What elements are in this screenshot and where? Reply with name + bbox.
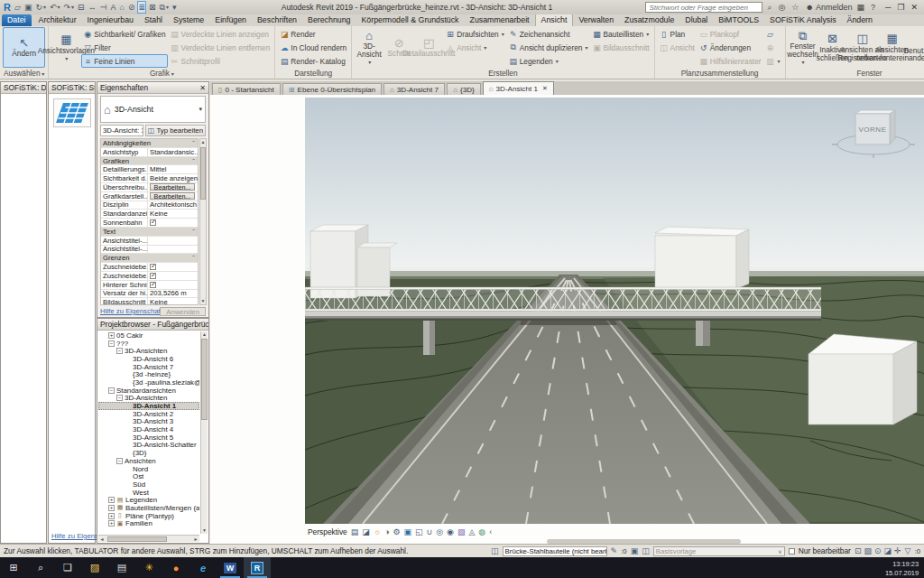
tree-item[interactable]: ??? (98, 340, 199, 348)
infocenter-button[interactable]: ? (871, 3, 877, 13)
tree-expander-icon[interactable] (116, 458, 123, 464)
view-control-button[interactable]: ◍ (478, 527, 485, 536)
qat-button[interactable]: ⧉ (160, 2, 169, 13)
infocenter-button[interactable]: ☆ (791, 3, 800, 13)
tree-expander-icon[interactable] (116, 395, 123, 401)
tree-expander-icon[interactable] (108, 497, 115, 503)
qat-button[interactable]: ⊠ (149, 2, 156, 13)
ribbon-tab[interactable]: Datei (2, 14, 32, 26)
view-control-button[interactable]: ⚙ (393, 527, 400, 536)
scroll-up-icon[interactable]: ▲ (200, 139, 206, 145)
taskbar-button[interactable]: e (189, 557, 217, 578)
selection-toggle[interactable]: ⊡ (855, 546, 862, 555)
selection-toggle[interactable]: ✛ (894, 546, 901, 555)
ribbon-button[interactable]: ▽Filter (81, 41, 167, 54)
search-input[interactable] (645, 2, 762, 13)
ribbon-button[interactable]: ✎Zeichenansicht (507, 27, 590, 41)
property-row[interactable]: Grenzen (101, 254, 198, 263)
ribbon-button[interactable]: ⊞Draufsichten (444, 27, 506, 41)
type-selector[interactable]: ⌂ 3D-Ansicht ▾ (100, 96, 206, 123)
tree-item[interactable]: 3D-Ansicht 1 (98, 402, 199, 410)
ribbon-tab[interactable]: Systeme (168, 14, 209, 26)
taskbar-button[interactable]: ● (162, 557, 189, 578)
worksets-dialog-icon[interactable]: ▣ (631, 546, 639, 555)
tree-item[interactable]: Süd (98, 480, 199, 489)
ribbon-button[interactable]: ⧉Ansicht duplizieren (507, 41, 590, 54)
taskbar-button[interactable]: ❏ (54, 557, 81, 578)
ribbon-group-label[interactable]: Grafik (49, 68, 274, 79)
ribbon-group-label[interactable]: Darstellung (275, 68, 351, 79)
restore-icon[interactable]: ❐ (897, 3, 904, 12)
scroll-down-icon[interactable]: ▼ (200, 298, 206, 304)
tree-item[interactable]: ▣ Familien (98, 520, 199, 528)
scroll-down-icon[interactable]: ▼ (201, 527, 208, 534)
property-row[interactable]: Standardanzei... Keine (101, 210, 198, 219)
ribbon-tab[interactable]: BiMTOOLS (713, 14, 764, 26)
properties-scrollbar[interactable]: ▲ ▼ (199, 138, 207, 305)
ribbon-button[interactable]: ☁In Cloud rendern (278, 41, 348, 54)
ribbon-button[interactable]: ▥ (764, 54, 782, 68)
tree-expander-icon[interactable] (108, 520, 115, 527)
selection-toggle[interactable]: ▨ (864, 546, 872, 555)
view-control-button[interactable]: ◎ (436, 527, 443, 536)
ribbon-button[interactable]: ⊕ (764, 41, 782, 54)
checkbox[interactable] (150, 273, 156, 279)
qat-button[interactable]: ≣ (138, 2, 145, 13)
drawing-area[interactable]: VORNE Perspektive ▤◪☼◑⚙▣◱∪◎◉▧◬◍‹ (210, 95, 924, 544)
view-control-button[interactable]: ∪ (427, 527, 433, 536)
tree-item[interactable]: 3D-Ansicht 6 (98, 355, 199, 363)
ribbon-button[interactable]: ▦Bauteillisten (590, 27, 651, 41)
tree-item[interactable]: ▤ Legenden (98, 496, 199, 504)
filter-selection-icon[interactable]: ▽ (905, 546, 911, 555)
view-control-button[interactable]: ◪ (362, 527, 370, 536)
tree-expander-icon[interactable] (116, 348, 123, 354)
qat-button[interactable]: A (110, 2, 116, 13)
tree-item[interactable]: ▦ Bauteillisten/Mengen (alle) (98, 504, 199, 512)
ribbon-button[interactable]: ▤Render- Katalog (278, 54, 348, 68)
worksets-icon[interactable]: ◫ (491, 546, 499, 555)
qat-button[interactable]: ⊘ (128, 2, 135, 13)
taskbar-button[interactable]: ▤ (108, 557, 135, 578)
ribbon-tab[interactable]: Dlubal (679, 14, 713, 26)
ribbon-button[interactable]: ✂Schnittprofil (169, 54, 273, 68)
infocenter-button[interactable]: ⌕ (767, 3, 773, 13)
ribbon-tab[interactable]: Verwalten (573, 14, 619, 26)
tree-item[interactable]: 05 Cakir (98, 331, 199, 340)
property-row[interactable]: Hinterer Schni... (101, 281, 198, 290)
tree-item[interactable]: 3D-Ansicht 3 (98, 418, 199, 426)
qat-button[interactable]: R (4, 2, 11, 13)
qat-button[interactable]: ↔ (88, 2, 97, 13)
ribbon-group-label[interactable]: Planzusammenstellung (655, 68, 785, 79)
tree-item[interactable]: Standardansichten (98, 387, 199, 395)
tree-item[interactable]: 3D-Ansicht 5 (98, 434, 199, 442)
view-control-button[interactable]: ▣ (404, 527, 412, 536)
qat-button[interactable]: ↷ (64, 2, 75, 13)
ribbon-button[interactable]: ▱ (764, 27, 782, 41)
ribbon-button[interactable]: ▤Verdeckte Linien anzeigen (169, 27, 273, 41)
infocenter-button[interactable]: ☻Anmelden (805, 3, 852, 13)
property-row[interactable]: Disziplin Architektonisch (101, 201, 198, 210)
checkbox[interactable] (150, 264, 156, 270)
ribbon-tab[interactable]: Zusammenarbeit (465, 14, 535, 26)
view-control-button[interactable]: ◱ (415, 527, 423, 536)
browser-scrollbar[interactable]: ▲ ▼ (200, 331, 208, 534)
ribbon-tab[interactable]: Stahl (139, 14, 168, 26)
taskbar-button[interactable]: W (217, 557, 244, 578)
taskbar-button[interactable]: ⊞ (0, 557, 27, 578)
ribbon-tab[interactable]: Beschriften (252, 14, 302, 26)
tree-expander-icon[interactable] (108, 513, 115, 519)
view-control-button[interactable]: ▧ (457, 527, 466, 536)
view-control-button[interactable]: ☼ (374, 527, 381, 536)
design-options-icon[interactable]: ◫ (642, 546, 650, 555)
property-row[interactable]: Zuschneidebe... (101, 263, 198, 272)
tree-expander-icon[interactable] (108, 505, 115, 511)
view-control-button[interactable]: ◬ (468, 527, 475, 536)
tree-item[interactable]: 3D-Ansicht 2 (98, 410, 199, 418)
infocenter-button[interactable]: ◎ (779, 3, 788, 13)
tree-item[interactable]: 3D-Ansichten (98, 347, 199, 355)
ribbon-tab[interactable]: Körpermodell & Grundstück (356, 14, 464, 26)
scroll-up-icon[interactable]: ▲ (201, 331, 208, 338)
view-scale-label[interactable]: Perspektive (308, 527, 347, 536)
ribbon-button[interactable]: ◉Sichtbarkeit/ Grafiken (81, 27, 167, 41)
property-row[interactable]: Überschreibu... Bearbeiten... (101, 183, 198, 192)
